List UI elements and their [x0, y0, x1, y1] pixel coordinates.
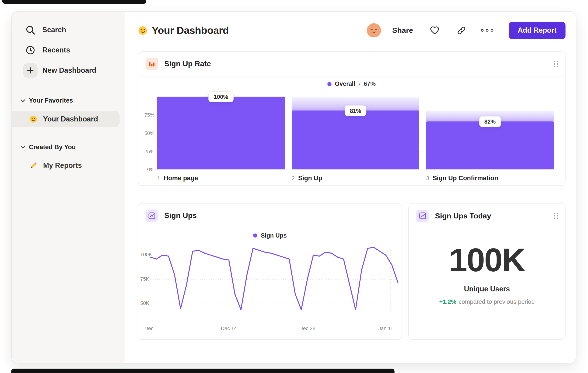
sidebar-item-label: Your Dashboard [43, 115, 98, 123]
funnel-step-number: 1 [157, 175, 160, 181]
drag-handle-icon[interactable] [554, 213, 558, 219]
share-button[interactable]: Share [392, 26, 413, 35]
sidebar-item-label: My Reports [43, 161, 82, 170]
line-chart-icon [416, 210, 429, 222]
sidebar-section-favorites[interactable]: Your Favorites [12, 95, 125, 106]
funnel-y-tick: 25% [139, 149, 155, 154]
metric-value: 100K [409, 243, 565, 277]
legend-separator: • [359, 81, 360, 87]
legend-label: Overall [335, 81, 355, 87]
clock-icon [23, 43, 38, 58]
signups-line-svg [149, 246, 400, 319]
more-options-icon[interactable] [480, 29, 494, 32]
background-window-edge-top [2, 0, 146, 4]
card-title: Sign Ups [164, 211, 197, 220]
metric-delta: +1.2% [439, 299, 456, 305]
funnel-labels: 1Home page2Sign Up3Sign Up Confirmation [157, 175, 554, 182]
copy-link-icon[interactable] [457, 26, 466, 35]
funnel-y-tick: 50% [139, 130, 155, 136]
legend-value: 67% [364, 81, 376, 87]
card-title: Sign Up Rate [164, 60, 211, 68]
funnel-bar-step-2: 81% [292, 97, 420, 170]
legend-dot [253, 233, 257, 238]
sidebar-item-new-dashboard[interactable]: New Dashboard [12, 60, 125, 81]
page-root: Search Recents New Dashboard [0, 0, 588, 373]
signup-rate-card: Sign Up Rate Overall • 67% 75%50%25%0%10… [138, 51, 566, 186]
sidebar-item-search[interactable]: Search [12, 20, 125, 40]
funnel-value-tooltip: 82% [479, 116, 501, 127]
funnel-bar-step-1: 100% [157, 97, 285, 170]
line-x-tick: Dec 28 [299, 326, 315, 331]
smiley-icon [138, 25, 148, 35]
chevron-down-icon [21, 99, 25, 102]
chevron-down-icon [21, 146, 25, 149]
funnel-step-label: 1Home page [157, 175, 285, 182]
funnel-solid-bar [157, 97, 285, 170]
pencil-icon [29, 161, 38, 170]
funnel-solid-bar [426, 121, 554, 170]
funnel-y-tick: 75% [139, 112, 155, 118]
line-y-tick: 100K [140, 252, 154, 257]
signups-chart: 100K75K50KDec1Dec 14Dec 28Jan 11 [138, 243, 402, 338]
line-chart-icon [146, 209, 158, 222]
funnel-step-name: Sign Up Confirmation [433, 175, 498, 182]
funnel-step-label: 3Sign Up Confirmation [426, 175, 554, 182]
card-header: Sign Up Rate [138, 52, 565, 76]
line-x-tick: Dec1 [144, 326, 156, 331]
funnel-value-tooltip: 81% [345, 105, 366, 116]
sidebar: Search Recents New Dashboard [12, 12, 125, 363]
signups-today-card: Sign Ups Today 100K Unique Users +1.2%co… [408, 203, 565, 340]
page-title: Your Dashboard [152, 24, 229, 36]
funnel-y-tick: 0% [139, 167, 155, 172]
funnel-step-name: Sign Up [298, 175, 322, 182]
funnel-step-label: 2Sign Up [292, 175, 420, 182]
section-title: Created By You [29, 144, 76, 151]
line-x-tick: Jan 11 [378, 326, 393, 331]
app-window: Search Recents New Dashboard [11, 11, 576, 363]
sidebar-item-my-reports[interactable]: My Reports [12, 157, 120, 173]
add-report-button[interactable]: Add Report [509, 22, 565, 39]
funnel-step-number: 3 [426, 175, 429, 181]
metric-label: Unique Users [409, 285, 565, 293]
funnel-step-name: Home page [164, 175, 198, 182]
dashboard-header: Your Dashboard Share Add Repor [138, 22, 566, 39]
card-header: Sign Ups [138, 203, 402, 228]
metric-body: 100K Unique Users +1.2%compared to previ… [409, 243, 565, 305]
cards-row: Sign Ups Sign Ups 100K75K50KDec1Dec 14De… [138, 203, 566, 340]
metric-delta-row: +1.2%compared to previous period [409, 299, 565, 305]
sidebar-item-label: New Dashboard [42, 66, 96, 74]
funnel-step-number: 2 [292, 175, 295, 181]
card-header: Sign Ups Today [409, 203, 565, 228]
sidebar-section-created-by-you[interactable]: Created By You [12, 141, 125, 153]
funnel-bar-step-3: 82% [426, 97, 554, 170]
main-content: Your Dashboard Share Add Repor [125, 12, 576, 363]
signups-card: Sign Ups Sign Ups 100K75K50KDec1Dec 14De… [138, 203, 402, 340]
smiley-icon [29, 114, 38, 123]
funnel-solid-bar [292, 111, 420, 170]
avatar[interactable] [367, 23, 381, 38]
bar-chart-icon [146, 58, 158, 70]
sidebar-item-label: Recents [42, 46, 70, 54]
metric-delta-note: compared to previous period [459, 299, 535, 305]
header-actions: Share Add Report [367, 22, 566, 39]
legend-label: Sign Ups [261, 232, 286, 239]
favorite-heart-icon[interactable] [430, 25, 439, 35]
section-title: Your Favorites [29, 97, 73, 104]
sidebar-item-label: Search [42, 26, 66, 34]
funnel-plot: 75%50%25%0%100%81%82% [157, 97, 554, 170]
card-title: Sign Ups Today [435, 212, 491, 220]
line-y-tick: 50K [140, 301, 154, 306]
line-x-tick: Dec 14 [221, 326, 237, 331]
sidebar-item-recents[interactable]: Recents [12, 40, 125, 60]
funnel-value-tooltip: 100% [209, 91, 234, 102]
funnel-legend: Overall • 67% [138, 76, 565, 91]
signups-legend: Sign Ups [138, 228, 402, 243]
plus-icon [23, 63, 38, 78]
line-y-tick: 75K [140, 276, 154, 282]
background-window-edge-bottom [11, 369, 394, 373]
sidebar-item-your-dashboard[interactable]: Your Dashboard [12, 111, 120, 127]
search-icon [23, 22, 38, 37]
drag-handle-icon[interactable] [554, 61, 558, 67]
legend-dot [327, 82, 332, 86]
